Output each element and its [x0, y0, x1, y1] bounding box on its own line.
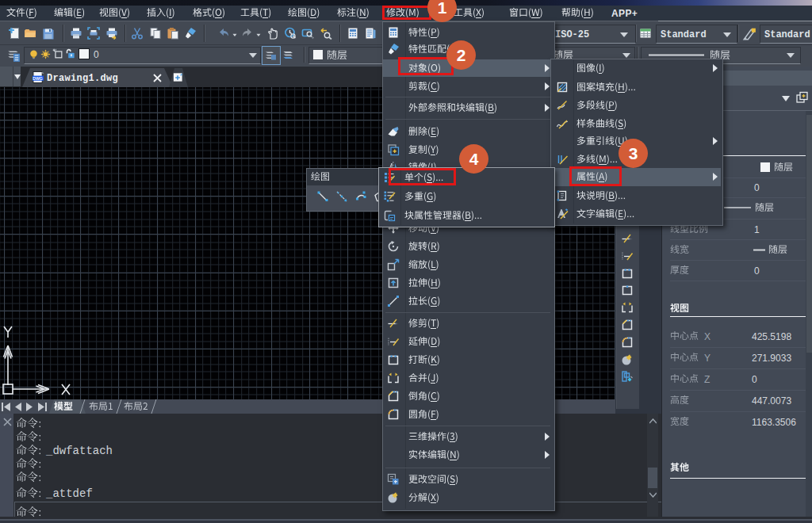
svg-text:DWG: DWG: [33, 76, 43, 81]
